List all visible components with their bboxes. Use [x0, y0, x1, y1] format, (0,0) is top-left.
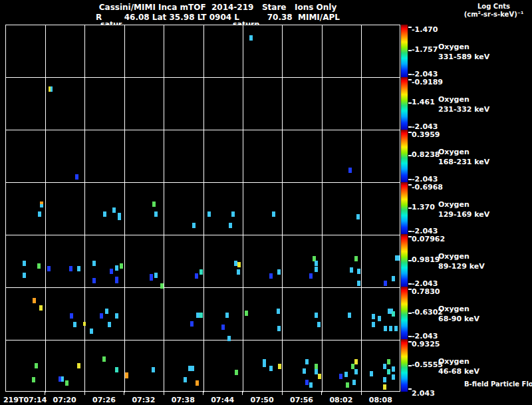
x-axis-tick: [321, 392, 322, 395]
data-point: [69, 266, 72, 271]
panel-separator-line: [6, 287, 400, 288]
data-point: [40, 204, 43, 207]
data-point: [318, 374, 321, 379]
colorbar: [401, 130, 408, 182]
data-point: [351, 364, 354, 369]
data-point: [120, 263, 123, 269]
colorbar: [401, 234, 408, 287]
data-point: [77, 363, 80, 368]
data-point: [303, 368, 306, 374]
energy-band-label: Oxygen: [438, 147, 469, 157]
data-point: [92, 261, 96, 266]
data-point: [387, 359, 390, 364]
energy-range-label: 231-332 keV: [438, 104, 489, 114]
data-point: [305, 359, 309, 364]
energy-range-label: 331-589 keV: [438, 52, 489, 62]
data-point: [384, 281, 387, 286]
colorbar: [401, 77, 408, 130]
data-point: [90, 329, 93, 334]
data-point: [221, 325, 225, 330]
vertical-gridline: [361, 25, 362, 392]
vertical-gridline: [282, 25, 283, 392]
plot-subtitle-coordinates: R 46.08 Lat 35.98 LT 0904 L 70.38 MIMI/A…: [0, 13, 436, 22]
vertical-gridline: [203, 25, 204, 392]
data-point: [395, 255, 400, 261]
x-axis-tick: [164, 392, 164, 395]
data-point: [315, 364, 318, 369]
data-point: [92, 278, 96, 283]
data-point: [383, 384, 386, 390]
data-point: [350, 267, 353, 273]
vertical-gridline: [164, 25, 164, 392]
colorbar: [401, 287, 408, 339]
data-point: [229, 223, 232, 228]
data-point: [115, 265, 118, 271]
vertical-gridline: [84, 25, 85, 392]
panel-separator-line: [6, 77, 400, 78]
data-point: [315, 267, 318, 272]
vertical-gridline: [45, 25, 46, 392]
data-point: [346, 382, 349, 388]
x-axis-tick: [203, 392, 203, 395]
data-point: [383, 364, 386, 369]
colorbar: [401, 182, 408, 235]
colorbar-label-top: 0.07962: [412, 235, 445, 243]
data-point: [392, 374, 395, 380]
energy-band-label: Oxygen: [438, 42, 469, 52]
data-point: [225, 313, 229, 318]
data-point: [277, 326, 281, 331]
data-point: [235, 370, 238, 375]
colorbar-label-mid: 0.9819: [412, 255, 440, 264]
energy-range-label: 68-90 keV: [438, 314, 479, 324]
data-point: [65, 380, 68, 386]
data-point: [227, 336, 231, 341]
data-point: [269, 366, 273, 371]
data-point: [378, 316, 381, 321]
data-point: [200, 269, 203, 275]
colorbar-label-top: -0.9189: [412, 78, 443, 86]
data-point: [192, 223, 196, 228]
data-point: [196, 380, 199, 386]
colorbar-label-top: -1.470: [412, 25, 438, 34]
energy-band-label: Oxygen: [438, 94, 469, 104]
panel-separator-line: [6, 182, 400, 183]
vertical-gridline: [243, 25, 243, 392]
data-point: [105, 309, 108, 314]
colorbar-label-top: 0.9325: [412, 340, 440, 348]
colorbar-label-mid: 1.461: [412, 98, 435, 106]
colorbar: [401, 25, 408, 77]
data-point: [108, 322, 111, 327]
data-point: [23, 273, 26, 278]
colorbar-units-formula: (cm²-sr-s-keV)⁻¹: [442, 11, 532, 18]
data-point: [152, 367, 155, 372]
data-point: [160, 283, 164, 289]
panel-separator-line: [6, 340, 400, 340]
data-point: [115, 277, 118, 283]
data-point: [394, 326, 398, 331]
energy-band-label: Oxygen: [438, 200, 469, 209]
data-point: [154, 273, 158, 278]
data-point: [154, 211, 158, 217]
data-point: [309, 273, 313, 279]
data-point: [237, 269, 240, 275]
data-point: [39, 305, 43, 311]
colorbar-label-top: -0.6968: [412, 183, 443, 192]
colorbar: [401, 339, 408, 392]
data-point: [354, 359, 358, 364]
data-point: [348, 313, 351, 318]
energy-band-label: Oxygen: [438, 356, 469, 366]
colorbar-label-top: 0.7830: [412, 287, 440, 296]
data-point: [23, 261, 26, 266]
data-point: [32, 377, 35, 382]
data-point: [61, 376, 64, 382]
data-point: [195, 273, 198, 279]
data-point: [83, 322, 86, 326]
data-point: [102, 356, 106, 362]
data-point: [263, 359, 266, 367]
data-point: [370, 371, 373, 376]
data-point: [70, 313, 73, 319]
data-point: [37, 263, 41, 269]
energy-range-label: 168-231 keV: [438, 157, 489, 167]
data-point: [38, 211, 41, 217]
data-point: [100, 313, 103, 319]
